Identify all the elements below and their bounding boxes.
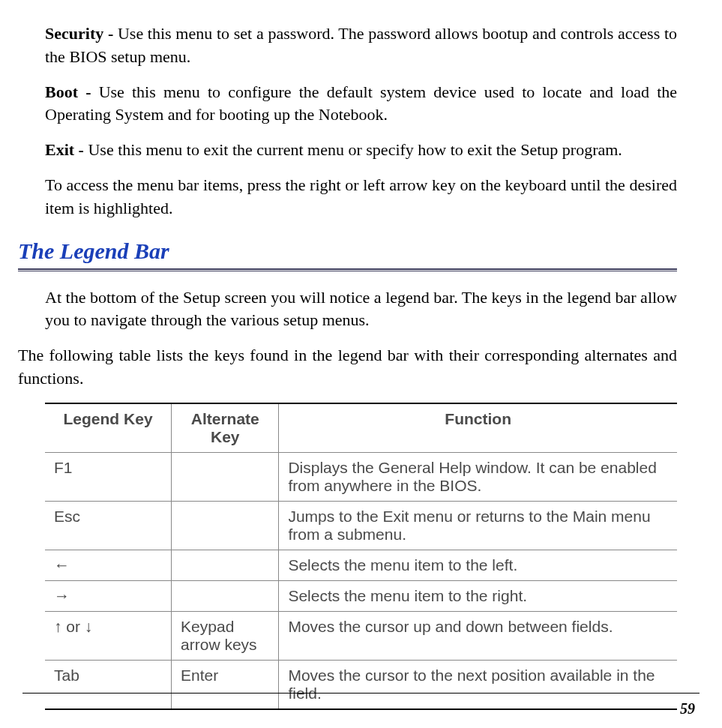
para-exit: Exit - Use this menu to exit the current… [45,139,677,162]
table-row: F1 Displays the General Help window. It … [45,452,677,501]
heading-rule [18,268,677,271]
cell-func: Displays the General Help window. It can… [279,452,677,501]
cell-alt [172,550,279,580]
header-alternate-key: Alternate Key [172,403,279,453]
cell-legend: Tab [45,660,172,709]
para-legend-intro2: The following table lists the keys found… [18,344,677,391]
cell-alt [172,580,279,611]
cell-legend: ← [45,550,172,580]
page-number: 59 [680,700,695,718]
cell-func: Selects the menu item to the right. [279,580,677,611]
table-header-row: Legend Key Alternate Key Function [45,403,677,453]
cell-alt [172,501,279,550]
table-row: ← Selects the menu item to the left. [45,550,677,580]
cell-func: Selects the menu item to the left. [279,550,677,580]
cell-alt [172,452,279,501]
table-row: Tab Enter Moves the cursor to the next p… [45,660,677,709]
legend-table: Legend Key Alternate Key Function F1 Dis… [45,403,677,710]
text-boot: Use this menu to configure the default s… [45,82,677,124]
table-row: → Selects the menu item to the right. [45,580,677,611]
cell-func: Moves the cursor up and down between fie… [279,611,677,660]
cell-alt: Keypad arrow keys [172,611,279,660]
cell-func: Moves the cursor to the next position av… [279,660,677,709]
label-boot: Boot - [45,82,99,101]
text-security: Use this menu to set a password. The pas… [45,24,677,66]
cell-legend: Esc [45,501,172,550]
para-legend-intro1: At the bottom of the Setup screen you wi… [45,286,677,333]
header-legend-key: Legend Key [45,403,172,453]
cell-legend: ↑ or ↓ [45,611,172,660]
cell-func: Jumps to the Exit menu or returns to the… [279,501,677,550]
text-exit: Use this menu to exit the current menu o… [88,140,622,159]
header-function: Function [279,403,677,453]
label-exit: Exit - [45,140,88,159]
para-security: Security - Use this menu to set a passwo… [45,22,677,69]
para-boot: Boot - Use this menu to configure the de… [45,81,677,127]
heading-legend-bar: The Legend Bar [18,238,677,264]
cell-legend: F1 [45,452,172,501]
table-row: ↑ or ↓ Keypad arrow keys Moves the curso… [45,611,677,660]
label-security: Security - [45,24,118,43]
cell-legend: → [45,580,172,611]
footer-rule [22,693,700,694]
table-row: Esc Jumps to the Exit menu or returns to… [45,501,677,550]
cell-alt: Enter [172,660,279,709]
para-access: To access the menu bar items, press the … [45,174,677,220]
